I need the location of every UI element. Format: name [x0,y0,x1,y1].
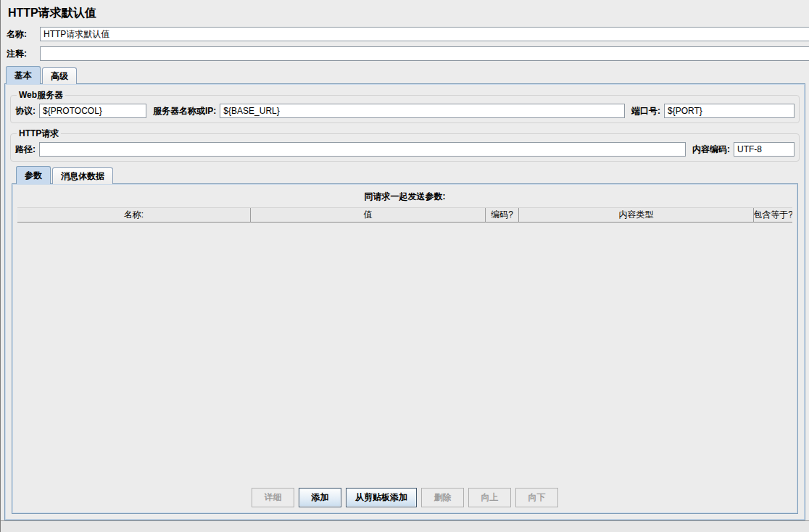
port-label: 端口号: [631,105,660,117]
params-table-body[interactable] [17,223,792,488]
column-header-name[interactable]: 名称: [17,208,251,223]
encoding-input[interactable] [734,142,795,157]
column-header-content-type[interactable]: 内容类型 [519,208,754,223]
params-table-title: 同请求一起发送参数: [17,188,792,207]
main-tab-strip: 基本 高级 [1,67,809,83]
up-button[interactable]: 向上 [468,488,511,507]
web-server-group: Web服务器 协议: 服务器名称或IP: 端口号: [10,89,800,123]
add-button[interactable]: 添加 [299,488,341,507]
protocol-label: 协议: [15,105,36,117]
web-server-group-title: Web服务器 [17,89,65,101]
parameters-panel: 同请求一起发送参数: 名称: 值 编码? 内容类型 包含等于? 详细 添加 从剪… [12,183,798,514]
column-header-value[interactable]: 值 [251,208,486,223]
page-title: HTTP请求默认值 [1,0,809,22]
comment-row: 注释: [1,46,809,61]
server-label: 服务器名称或IP: [153,105,216,117]
encoding-label: 内容编码: [692,144,730,156]
tab-basic[interactable]: 基本 [6,66,41,84]
http-request-defaults-panel: HTTP请求默认值 名称: 注释: 基本 高级 Web服务器 协议: 服务器名称… [0,0,809,532]
http-request-group: HTTP请求 路径: 内容编码: [10,128,800,162]
tab-body-data[interactable]: 消息体数据 [52,167,113,184]
bottom-strip [1,520,809,532]
path-input[interactable] [39,142,686,157]
path-label: 路径: [15,144,36,156]
protocol-input[interactable] [39,104,146,118]
delete-button[interactable]: 删除 [421,488,464,507]
params-button-row: 详细 添加 从剪贴板添加 删除 向上 向下 [17,488,792,509]
add-from-clipboard-button[interactable]: 从剪贴板添加 [346,488,417,507]
basic-tab-panel: Web服务器 协议: 服务器名称或IP: 端口号: HTTP请求 路径: 内容编… [4,83,805,520]
param-tab-strip: 参数 消息体数据 [9,167,800,183]
tab-parameters[interactable]: 参数 [16,166,51,184]
column-header-include-equals[interactable]: 包含等于? [754,208,792,223]
column-header-encode[interactable]: 编码? [486,208,519,223]
comment-label: 注释: [7,48,40,60]
name-input[interactable] [40,27,809,41]
port-input[interactable] [664,104,795,118]
down-button[interactable]: 向下 [515,488,558,507]
name-label: 名称: [7,28,40,41]
params-table-header: 名称: 值 编码? 内容类型 包含等于? [17,207,792,223]
comment-input[interactable] [40,46,809,61]
name-row: 名称: [1,27,809,41]
server-input[interactable] [220,104,625,118]
tab-advanced[interactable]: 高级 [42,67,77,84]
detail-button[interactable]: 详细 [252,488,294,507]
http-request-group-title: HTTP请求 [17,128,61,140]
